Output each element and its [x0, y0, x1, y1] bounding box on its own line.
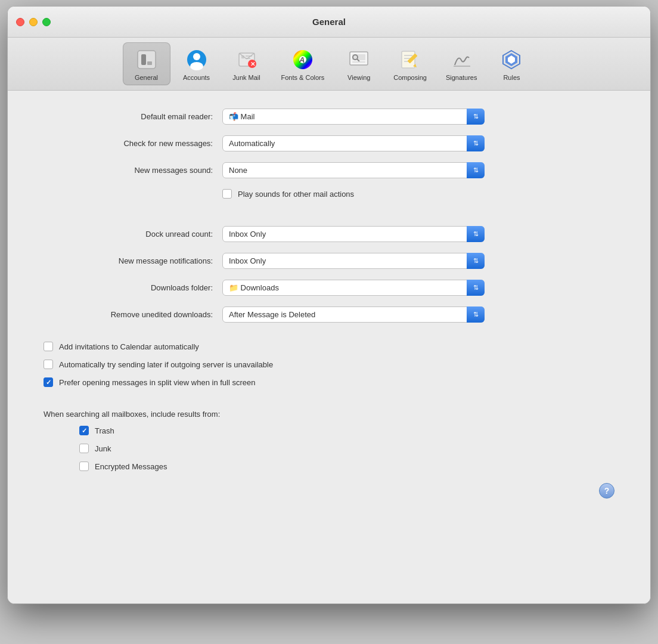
toolbar-item-accounts[interactable]: Accounts	[173, 43, 221, 85]
auto-try-sending-row: Automatically try sending later if outgo…	[44, 360, 614, 369]
toolbar-item-junk-mail[interactable]: ✕ Junk Mail	[223, 43, 271, 85]
general-icon	[134, 47, 160, 73]
check-new-messages-control: Automatically ⇅	[222, 135, 485, 151]
play-sounds-control: Play sounds for other mail actions	[222, 189, 485, 207]
toolbar-label-general: General	[135, 74, 158, 81]
fonts-colors-icon: A	[290, 47, 316, 73]
junk-label: Junk	[95, 444, 111, 453]
new-messages-sound-row: New messages sound: None ⇅	[44, 162, 614, 178]
remove-unedited-row: Remove unedited downloads: After Message…	[44, 306, 614, 323]
dock-unread-count-select-wrapper: Inbox Only ⇅	[222, 226, 485, 242]
remove-unedited-control: After Message is Deleted ⇅	[222, 306, 485, 323]
prefer-split-label: Prefer opening messages in split view wh…	[59, 378, 256, 387]
new-message-notifications-select-wrapper: Inbox Only ⇅	[222, 253, 485, 269]
settings-content: Default email reader: 📬 Mail ⇅ Check for…	[8, 91, 650, 603]
svg-rect-1	[141, 54, 146, 65]
encrypted-checkbox-row: Encrypted Messages	[44, 462, 614, 471]
toolbar: General Accounts	[8, 38, 650, 91]
maximize-button[interactable]	[42, 18, 51, 26]
new-message-notifications-label: New message notifications:	[44, 256, 222, 265]
svg-rect-2	[147, 61, 152, 65]
prefer-split-row: Prefer opening messages in split view wh…	[44, 377, 614, 387]
play-sounds-row: Play sounds for other mail actions	[44, 189, 614, 207]
svg-point-4	[193, 53, 200, 60]
remove-unedited-select[interactable]: After Message is Deleted	[222, 306, 485, 323]
svg-text:A: A	[299, 55, 305, 64]
check-new-messages-select-wrapper: Automatically ⇅	[222, 135, 485, 151]
trash-checkbox-row: Trash	[44, 426, 614, 435]
toolbar-label-signatures: Signatures	[446, 74, 477, 81]
toolbar-label-junk-mail: Junk Mail	[232, 74, 260, 81]
toolbar-item-viewing[interactable]: Viewing	[335, 43, 383, 85]
close-button[interactable]	[16, 18, 24, 26]
toolbar-label-accounts: Accounts	[183, 74, 210, 81]
toolbar-label-viewing: Viewing	[347, 74, 370, 81]
accounts-icon	[184, 47, 210, 73]
dock-unread-count-select[interactable]: Inbox Only	[222, 226, 485, 242]
add-invitations-checkbox[interactable]	[44, 342, 53, 351]
new-messages-sound-select-wrapper: None ⇅	[222, 162, 485, 178]
svg-point-5	[190, 62, 203, 70]
toolbar-item-general[interactable]: General	[123, 42, 170, 85]
new-messages-sound-control: None ⇅	[222, 162, 485, 178]
dock-unread-count-control: Inbox Only ⇅	[222, 226, 485, 242]
check-new-messages-label: Check for new messages:	[44, 139, 222, 148]
junk-checkbox-row: Junk	[44, 444, 614, 453]
downloads-folder-select-wrapper: 📁 Downloads ⇅	[222, 280, 485, 296]
toolbar-item-rules[interactable]: Rules	[488, 43, 535, 85]
toolbar-label-fonts-colors: Fonts & Colors	[281, 74, 325, 81]
check-new-messages-row: Check for new messages: Automatically ⇅	[44, 135, 614, 151]
encrypted-checkbox[interactable]	[79, 462, 89, 471]
new-messages-sound-label: New messages sound:	[44, 166, 222, 175]
toolbar-label-composing: Composing	[393, 74, 427, 81]
play-sounds-label: Play sounds for other mail actions	[238, 190, 354, 199]
downloads-folder-label: Downloads folder:	[44, 283, 222, 292]
add-invitations-label: Add invitations to Calendar automaticall…	[59, 342, 199, 351]
composing-icon	[397, 47, 423, 73]
viewing-icon	[346, 47, 372, 73]
check-new-messages-select[interactable]: Automatically	[222, 135, 485, 151]
default-email-reader-control: 📬 Mail ⇅	[222, 109, 485, 125]
help-button-row: ?	[44, 483, 614, 499]
signatures-icon	[448, 47, 474, 73]
play-sounds-checkbox[interactable]	[222, 189, 232, 199]
default-email-reader-row: Default email reader: 📬 Mail ⇅	[44, 109, 614, 125]
dock-unread-count-label: Dock unread count:	[44, 230, 222, 239]
window-title: General	[312, 17, 346, 27]
auto-try-sending-checkbox[interactable]	[44, 360, 53, 369]
remove-unedited-select-wrapper: After Message is Deleted ⇅	[222, 306, 485, 323]
titlebar-buttons	[16, 18, 51, 26]
rules-icon	[498, 47, 524, 73]
downloads-folder-row: Downloads folder: 📁 Downloads ⇅	[44, 280, 614, 296]
svg-text:✕: ✕	[250, 61, 255, 67]
new-message-notifications-row: New message notifications: Inbox Only ⇅	[44, 253, 614, 269]
titlebar: General	[8, 7, 650, 38]
play-sounds-checkbox-row: Play sounds for other mail actions	[222, 189, 485, 199]
new-message-notifications-control: Inbox Only ⇅	[222, 253, 485, 269]
default-email-reader-select-wrapper: 📬 Mail ⇅	[222, 109, 485, 125]
toolbar-item-fonts-colors[interactable]: A Fonts & Colors	[273, 43, 333, 85]
downloads-folder-select[interactable]: 📁 Downloads	[222, 280, 485, 296]
trash-checkbox[interactable]	[79, 426, 89, 435]
default-email-reader-label: Default email reader:	[44, 112, 222, 121]
dock-unread-count-row: Dock unread count: Inbox Only ⇅	[44, 226, 614, 242]
auto-try-sending-label: Automatically try sending later if outgo…	[59, 360, 273, 369]
encrypted-label: Encrypted Messages	[95, 462, 167, 471]
trash-label: Trash	[95, 426, 114, 435]
help-button[interactable]: ?	[599, 483, 614, 499]
new-messages-sound-select[interactable]: None	[222, 162, 485, 178]
toolbar-label-rules: Rules	[503, 74, 520, 81]
svg-rect-0	[138, 51, 156, 69]
main-window: General General Accounts	[7, 6, 651, 604]
toolbar-item-signatures[interactable]: Signatures	[437, 43, 486, 85]
junk-mail-icon: ✕	[234, 47, 260, 73]
minimize-button[interactable]	[29, 18, 38, 26]
new-message-notifications-select[interactable]: Inbox Only	[222, 253, 485, 269]
svg-rect-21	[352, 61, 365, 63]
default-email-reader-select[interactable]: 📬 Mail	[222, 109, 485, 125]
prefer-split-checkbox[interactable]	[44, 377, 53, 387]
downloads-folder-control: 📁 Downloads ⇅	[222, 280, 485, 296]
junk-checkbox[interactable]	[79, 444, 89, 453]
toolbar-item-composing[interactable]: Composing	[385, 43, 435, 85]
search-section-heading: When searching all mailboxes, include re…	[44, 410, 614, 419]
